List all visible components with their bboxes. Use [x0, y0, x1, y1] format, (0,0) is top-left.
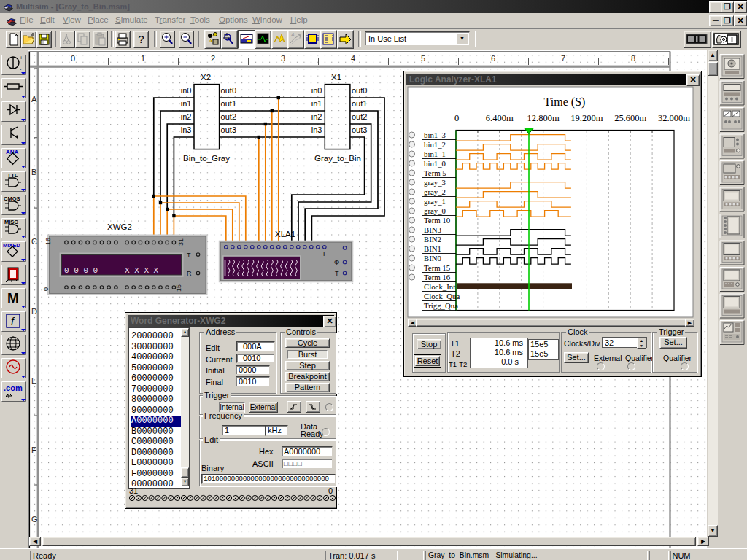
- svg-text:0 0 0 0: 0 0 0 0: [64, 266, 98, 275]
- svg-text:out0: out0: [352, 86, 367, 95]
- svg-text:4: 4: [351, 54, 355, 63]
- svg-text:out2: out2: [221, 112, 236, 121]
- svg-text:T: T: [335, 270, 339, 277]
- svg-text:in3: in3: [181, 125, 192, 134]
- svg-text:out1: out1: [352, 99, 367, 108]
- svg-text:Time (S): Time (S): [544, 96, 586, 109]
- svg-text:F: F: [31, 446, 36, 454]
- svg-text:0: 0: [454, 113, 459, 123]
- svg-text:15: 15: [175, 284, 182, 292]
- svg-text:gray_1: gray_1: [424, 197, 446, 206]
- svg-text:gray_0: gray_0: [424, 206, 446, 215]
- svg-text:bin1_0: bin1_0: [424, 159, 446, 168]
- svg-text:5: 5: [421, 54, 425, 63]
- svg-text:8: 8: [631, 54, 635, 63]
- svg-text:in2: in2: [311, 112, 322, 121]
- svg-text:Clock_Int: Clock_Int: [424, 282, 455, 291]
- svg-text:D: D: [31, 307, 37, 316]
- svg-text:Φ: Φ: [334, 259, 339, 266]
- svg-text:XWG2: XWG2: [107, 222, 132, 231]
- svg-text:Term 15: Term 15: [424, 263, 450, 272]
- svg-text:7: 7: [561, 54, 565, 63]
- svg-text:out0: out0: [221, 86, 236, 95]
- svg-text:Bin_to_Gray: Bin_to_Gray: [183, 154, 230, 163]
- svg-text:bin1_1: bin1_1: [424, 149, 446, 158]
- svg-text:in0: in0: [311, 86, 322, 95]
- svg-text:out1: out1: [221, 99, 236, 108]
- svg-text:Term 16: Term 16: [424, 273, 451, 281]
- svg-text:in3: in3: [311, 125, 322, 134]
- svg-text:XLA1: XLA1: [275, 230, 295, 238]
- svg-text:16: 16: [44, 238, 52, 245]
- svg-text:T: T: [187, 252, 191, 259]
- svg-text:25.600m: 25.600m: [614, 113, 646, 123]
- svg-text:E: E: [31, 376, 36, 385]
- svg-text:A: A: [31, 95, 37, 104]
- svg-text:in2: in2: [181, 112, 192, 121]
- svg-text:0: 0: [42, 287, 50, 291]
- svg-text:0: 0: [71, 54, 75, 63]
- svg-text:2: 2: [211, 54, 215, 63]
- svg-text:6.400m: 6.400m: [486, 113, 514, 123]
- svg-text:in1: in1: [181, 99, 192, 108]
- svg-text:in1: in1: [311, 99, 322, 108]
- svg-text:bin1_2: bin1_2: [424, 140, 446, 149]
- svg-text:C: C: [31, 237, 37, 246]
- svg-text:out2: out2: [352, 112, 367, 121]
- svg-text:X2: X2: [201, 73, 211, 82]
- svg-text:F: F: [323, 250, 328, 257]
- svg-text:out3: out3: [352, 125, 367, 134]
- svg-text:X1: X1: [331, 73, 341, 82]
- svg-text:32.000m: 32.000m: [658, 113, 690, 123]
- svg-text:12.800m: 12.800m: [527, 113, 560, 123]
- svg-text:out3: out3: [221, 125, 236, 134]
- svg-text:3: 3: [281, 54, 285, 63]
- svg-text:BIN3: BIN3: [424, 225, 441, 234]
- svg-text:1: 1: [141, 54, 145, 63]
- svg-text:19.200m: 19.200m: [570, 113, 603, 123]
- svg-text:gray_2: gray_2: [424, 187, 446, 196]
- svg-text:G: G: [31, 515, 38, 524]
- svg-text:BIN2: BIN2: [424, 235, 441, 244]
- svg-text:Trigg_Qua: Trigg_Qua: [424, 301, 458, 310]
- svg-text:BIN0: BIN0: [424, 254, 441, 262]
- svg-text:Clock_Qua: Clock_Qua: [424, 292, 460, 300]
- svg-text:in0: in0: [181, 86, 192, 95]
- svg-text:R: R: [187, 270, 192, 277]
- svg-text:Term 10: Term 10: [424, 216, 450, 225]
- svg-text:BIN1: BIN1: [424, 244, 441, 253]
- svg-text:31: 31: [177, 238, 185, 246]
- svg-text:X X X X: X X X X: [125, 266, 159, 275]
- svg-text:B: B: [31, 168, 36, 176]
- svg-text:6: 6: [491, 54, 495, 63]
- svg-text:gray_3: gray_3: [424, 178, 446, 187]
- svg-text:Term 5: Term 5: [424, 168, 446, 177]
- svg-text:Gray_to_Bin: Gray_to_Bin: [314, 154, 361, 163]
- svg-text:bin1_3: bin1_3: [424, 131, 446, 139]
